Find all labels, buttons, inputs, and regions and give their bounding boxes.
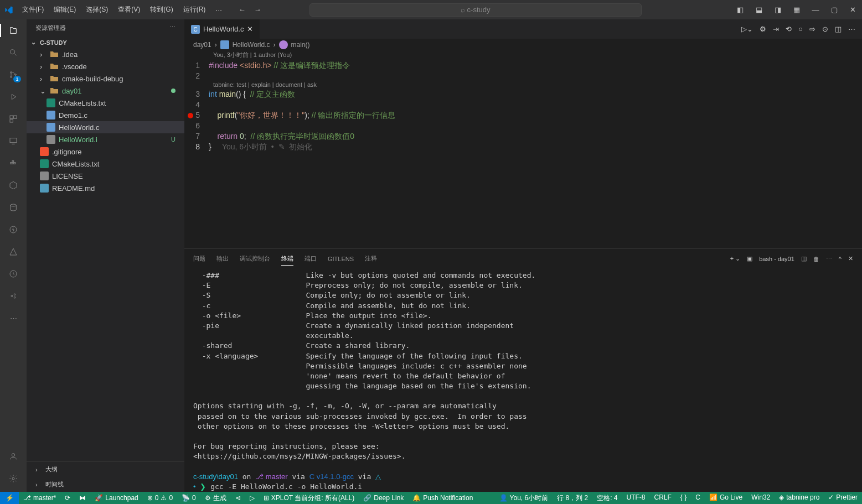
- win32-status[interactable]: Win32: [747, 493, 775, 501]
- command-center[interactable]: ⌕ c-study: [309, 3, 642, 17]
- account-icon[interactable]: [7, 450, 20, 463]
- thunder-icon[interactable]: [7, 223, 20, 236]
- panel-tab-调试控制台[interactable]: 调试控制台: [240, 252, 270, 265]
- prettier-status[interactable]: ✓ Prettier: [824, 493, 862, 501]
- remote-icon[interactable]: [7, 134, 20, 148]
- tab-helloworld[interactable]: C HelloWorld.c ✕: [184, 19, 260, 39]
- panel-maximize-icon[interactable]: ^: [839, 256, 842, 262]
- code-line-5[interactable]: 5 printf("你好，世界！！！"); // 输出所指定的一行信息: [184, 110, 862, 121]
- cpp-icon[interactable]: [7, 179, 20, 192]
- remote-button[interactable]: ⚡: [0, 492, 19, 504]
- tree-HelloWorld.c[interactable]: HelloWorld.c: [27, 121, 184, 133]
- code-editor[interactable]: You, 3小时前 | 1 author (You) 1#include <st…: [184, 51, 862, 248]
- project-header[interactable]: ⌄ C-STUDY: [27, 37, 184, 48]
- menu-文件(F)[interactable]: 文件(F): [18, 3, 48, 17]
- debug-play-icon[interactable]: ▷: [245, 492, 259, 504]
- tabnine-status[interactable]: ◈ tabnine pro: [775, 493, 824, 501]
- tree-CMakeLists.txt[interactable]: CMakeLists.txt: [27, 97, 184, 109]
- outline-section[interactable]: ›大纲: [27, 462, 184, 477]
- menu-…[interactable]: …: [211, 3, 226, 17]
- blame-status[interactable]: 👤 You, 6小时前: [495, 493, 553, 503]
- brackets-status[interactable]: { }: [676, 493, 691, 501]
- menu-运行(R)[interactable]: 运行(R): [179, 3, 210, 17]
- xplot-status[interactable]: ⊞ XPLOT 当前分组: 所有(ALL): [259, 492, 359, 504]
- tab-close-icon[interactable]: ✕: [247, 25, 253, 33]
- back-icon[interactable]: ←: [238, 6, 246, 14]
- code-line-6[interactable]: 6: [184, 121, 862, 131]
- terminal-output[interactable]: -### Like -v but options quoted and comm…: [184, 268, 862, 492]
- extensions-icon[interactable]: [7, 112, 20, 126]
- timeline-section[interactable]: ›时间线: [27, 477, 184, 492]
- terminal-name[interactable]: bash - day01: [759, 256, 794, 262]
- compare-icon[interactable]: ⇥: [773, 25, 779, 33]
- branch-status[interactable]: ⎇ master*: [19, 492, 60, 504]
- more-actions-icon[interactable]: ⋯: [848, 25, 855, 33]
- layout-panel-icon[interactable]: ⬓: [755, 6, 763, 14]
- tree-.idea[interactable]: ›.idea: [27, 48, 184, 60]
- refresh-icon[interactable]: ⟲: [786, 25, 792, 33]
- tree-cmake-build-debug[interactable]: ›cmake-build-debug: [27, 72, 184, 85]
- split-icon[interactable]: ◫: [835, 25, 842, 33]
- terminal-more-icon[interactable]: ⋯: [826, 255, 832, 262]
- panel-tab-GITLENS[interactable]: GITLENS: [328, 253, 354, 264]
- code-line-2[interactable]: 2: [184, 71, 862, 81]
- misc-icon[interactable]: [7, 289, 20, 303]
- minimize-icon[interactable]: —: [811, 6, 820, 14]
- layout-sidebar-left-icon[interactable]: ◧: [736, 6, 745, 14]
- debug-icon[interactable]: [7, 90, 20, 103]
- tree-.vscode[interactable]: ›.vscode: [27, 60, 184, 72]
- debug-prev-icon[interactable]: ⊲: [231, 492, 245, 504]
- menu-转到(G)[interactable]: 转到(G): [146, 3, 177, 17]
- scm-icon[interactable]: 1: [7, 68, 20, 81]
- forward-icon[interactable]: →: [253, 6, 262, 14]
- lang-status[interactable]: C: [691, 493, 705, 501]
- breadcrumb[interactable]: day01 › HelloWorld.c › main(): [184, 39, 862, 51]
- maximize-icon[interactable]: ▢: [830, 6, 839, 14]
- tree-README.md[interactable]: README.md: [27, 182, 184, 194]
- tree-LICENSE[interactable]: LICENSE: [27, 170, 184, 182]
- layout-customize-icon[interactable]: ▦: [792, 6, 801, 14]
- settings-icon[interactable]: [7, 472, 20, 485]
- tree-CMakeLists.txt[interactable]: CMakeLists.txt: [27, 158, 184, 170]
- terminal-split-icon[interactable]: ◫: [801, 255, 807, 262]
- codelens-tabnine[interactable]: tabnine: test | explain | document | ask: [184, 81, 862, 88]
- code-line-8[interactable]: 8} You, 6小时前 • ✎ 初始化: [184, 142, 862, 152]
- minimap[interactable]: [812, 51, 862, 248]
- more-icon[interactable]: ⋯: [7, 311, 20, 325]
- explorer-icon[interactable]: [7, 24, 20, 37]
- errors-status[interactable]: ⊗ 0 ⚠ 0: [143, 492, 177, 504]
- code-line-7[interactable]: 7 return 0; // 函数执行完毕时返回函数值0: [184, 131, 862, 142]
- code-line-4[interactable]: 4: [184, 100, 862, 110]
- panel-tab-注释[interactable]: 注释: [365, 252, 377, 265]
- menu-编辑(E)[interactable]: 编辑(E): [49, 3, 80, 17]
- sync-status[interactable]: ⟳: [60, 492, 75, 504]
- push-status[interactable]: 🔔 Push Notification: [408, 492, 477, 504]
- eol-status[interactable]: CRLF: [650, 493, 676, 501]
- spaces-status[interactable]: 空格: 4: [592, 493, 622, 503]
- graph-icon[interactable]: ⧓: [75, 492, 90, 504]
- menu-查看(V)[interactable]: 查看(V): [113, 3, 144, 17]
- tree-Demo1.c[interactable]: Demo1.c: [27, 109, 184, 121]
- next-icon[interactable]: ⇨: [809, 25, 815, 33]
- terminal-kill-icon[interactable]: 🗑: [813, 256, 819, 262]
- panel-tab-问题[interactable]: 问题: [193, 252, 205, 265]
- layout-sidebar-right-icon[interactable]: ◨: [773, 6, 782, 14]
- deeplink-status[interactable]: 🔗 Deep Link: [359, 492, 408, 504]
- database-icon[interactable]: [7, 201, 20, 214]
- golive-status[interactable]: 📶 Go Live: [705, 493, 747, 501]
- breakpoint-icon[interactable]: [188, 113, 193, 118]
- run-dropdown-icon[interactable]: ▷⌄: [741, 25, 753, 33]
- test-icon[interactable]: [7, 267, 20, 280]
- menu-选择(S)[interactable]: 选择(S): [81, 3, 112, 17]
- ports-status[interactable]: 📡 0: [177, 492, 200, 504]
- sidebar-more-icon[interactable]: ⋯: [169, 24, 176, 32]
- panel-tab-终端[interactable]: 终端: [281, 252, 293, 266]
- tree-.gitignore[interactable]: .gitignore: [27, 146, 184, 158]
- docker-icon[interactable]: [7, 157, 20, 170]
- codelens-author[interactable]: You, 3小时前 | 1 author (You): [184, 51, 862, 59]
- settings-gear-icon[interactable]: ⚙: [760, 25, 766, 33]
- search-activity-icon[interactable]: [7, 46, 20, 59]
- cursor-status[interactable]: 行 8，列 2: [553, 493, 592, 503]
- panel-close-icon[interactable]: ✕: [848, 255, 853, 262]
- tree-day01[interactable]: ⌄day01: [27, 85, 184, 97]
